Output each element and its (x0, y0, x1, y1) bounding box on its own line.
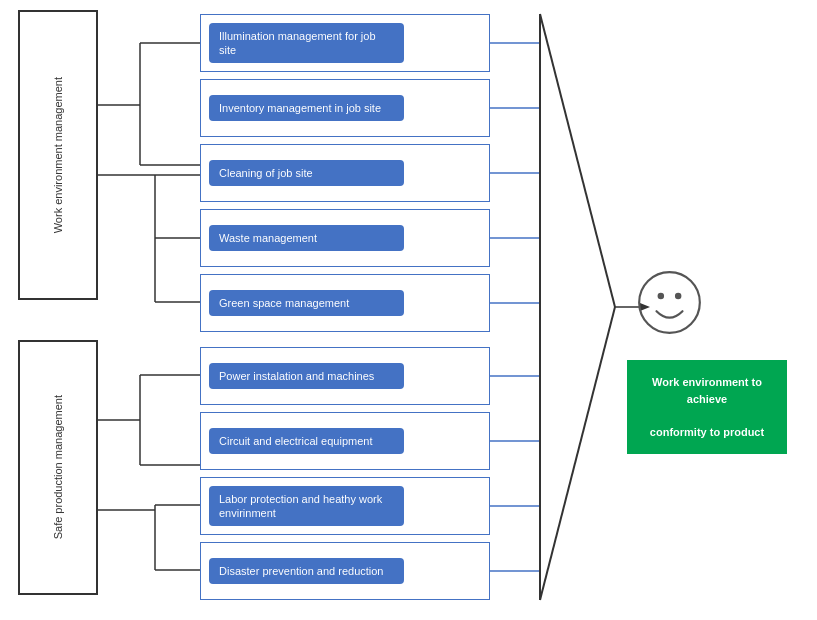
svg-point-32 (658, 293, 665, 300)
work-env-box: Work environment management (18, 10, 98, 300)
item-row-1: Illumination management for job site (200, 14, 490, 72)
work-env-label: Work environment management (51, 77, 65, 233)
result-line1: Work environment to achieve (637, 374, 777, 407)
item-btn-6: Power instalation and machines (209, 363, 404, 389)
smiley-face (637, 270, 702, 335)
item-row-4: Waste management (200, 209, 490, 267)
safe-prod-label: Safe production management (51, 395, 65, 539)
item-btn-7: Circuit and electrical equipment (209, 428, 404, 454)
svg-point-31 (639, 272, 700, 333)
item-row-8: Labor protection and heathy work envirin… (200, 477, 490, 535)
item-row-9: Disaster prevention and reduction (200, 542, 490, 600)
item-btn-4: Waste management (209, 225, 404, 251)
result-box: Work environment to achieve conformity t… (627, 360, 787, 454)
item-btn-8: Labor protection and heathy work envirin… (209, 486, 404, 527)
svg-point-33 (675, 293, 682, 300)
svg-line-28 (540, 307, 615, 600)
item-row-6: Power instalation and machines (200, 347, 490, 405)
result-line2: conformity to product (637, 424, 777, 441)
item-btn-3: Cleaning of job site (209, 160, 404, 186)
item-row-5: Green space management (200, 274, 490, 332)
svg-line-27 (540, 14, 615, 307)
item-btn-9: Disaster prevention and reduction (209, 558, 404, 584)
item-row-7: Circuit and electrical equipment (200, 412, 490, 470)
safe-prod-box: Safe production management (18, 340, 98, 595)
item-btn-2: Inventory management in job site (209, 95, 404, 121)
item-row-2: Inventory management in job site (200, 79, 490, 137)
diagram-container: Work environment management Safe product… (0, 0, 817, 620)
item-btn-5: Green space management (209, 290, 404, 316)
item-row-3: Cleaning of job site (200, 144, 490, 202)
item-btn-1: Illumination management for job site (209, 23, 404, 64)
